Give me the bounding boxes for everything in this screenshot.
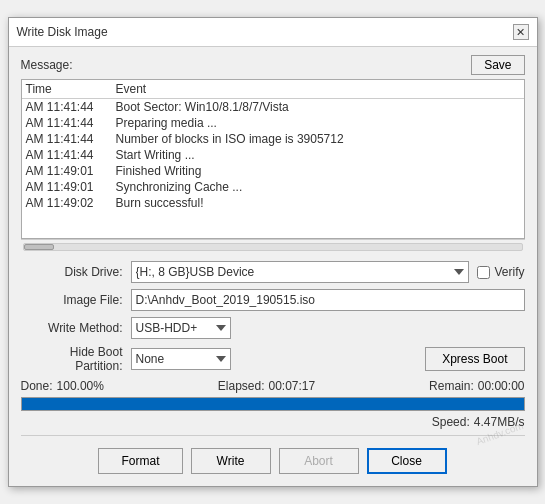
log-cell-event: Synchronizing Cache ... bbox=[116, 180, 520, 194]
remain-item: Remain: 00:00:00 bbox=[429, 379, 524, 393]
log-row: AM 11:41:44Number of blocks in ISO image… bbox=[22, 131, 524, 147]
hide-boot-select[interactable]: None bbox=[131, 348, 231, 370]
log-col-time: Time bbox=[26, 82, 116, 96]
progress-stats-row: Done: 100.00% Elapsed: 00:07:17 Remain: … bbox=[21, 379, 525, 393]
title-bar: Write Disk Image ✕ bbox=[9, 18, 537, 47]
xpress-boot-button[interactable]: Xpress Boot bbox=[425, 347, 524, 371]
progress-bar-fill bbox=[22, 398, 524, 410]
done-item: Done: 100.00% bbox=[21, 379, 104, 393]
message-section: Message: Save Time Event AM 11:41:44Boot… bbox=[21, 55, 525, 253]
abort-button[interactable]: Abort bbox=[279, 448, 359, 474]
window-content: Message: Save Time Event AM 11:41:44Boot… bbox=[9, 47, 537, 486]
log-table: Time Event AM 11:41:44Boot Sector: Win10… bbox=[21, 79, 525, 239]
image-file-label: Image File: bbox=[21, 293, 131, 307]
log-row: AM 11:49:01Finished Writing bbox=[22, 163, 524, 179]
log-row: AM 11:41:44Preparing media ... bbox=[22, 115, 524, 131]
write-method-label: Write Method: bbox=[21, 321, 131, 335]
hide-boot-row: Hide Boot Partition: None Xpress Boot bbox=[21, 345, 525, 373]
verify-label[interactable]: Verify bbox=[477, 265, 524, 279]
log-cell-event: Start Writing ... bbox=[116, 148, 520, 162]
hide-boot-left: Hide Boot Partition: None bbox=[21, 345, 231, 373]
button-row: Format Write Abort Close bbox=[21, 442, 525, 478]
log-cell-time: AM 11:41:44 bbox=[26, 116, 116, 130]
write-method-field: USB-HDD+ bbox=[131, 317, 231, 339]
progress-section: Done: 100.00% Elapsed: 00:07:17 Remain: … bbox=[21, 379, 525, 429]
image-file-row: Image File: bbox=[21, 289, 525, 311]
log-cell-time: AM 11:41:44 bbox=[26, 148, 116, 162]
write-disk-image-window: Write Disk Image ✕ Message: Save Time Ev… bbox=[8, 17, 538, 487]
hide-boot-label: Hide Boot Partition: bbox=[21, 345, 131, 373]
log-header: Time Event bbox=[22, 80, 524, 99]
verify-checkbox[interactable] bbox=[477, 266, 490, 279]
separator bbox=[21, 435, 525, 436]
scrollbar-track bbox=[23, 243, 523, 251]
log-cell-time: AM 11:49:01 bbox=[26, 164, 116, 178]
log-cell-event: Number of blocks in ISO image is 3905712 bbox=[116, 132, 520, 146]
verify-text: Verify bbox=[494, 265, 524, 279]
speed-value: 4.47MB/s bbox=[474, 415, 525, 429]
save-button[interactable]: Save bbox=[471, 55, 524, 75]
log-col-event: Event bbox=[116, 82, 520, 96]
speed-label: Speed: bbox=[432, 415, 470, 429]
elapsed-value: 00:07:17 bbox=[268, 379, 315, 393]
log-row: AM 11:49:02Burn successful! bbox=[22, 195, 524, 211]
window-title: Write Disk Image bbox=[17, 25, 108, 39]
scrollbar-thumb bbox=[24, 244, 54, 250]
log-cell-event: Burn successful! bbox=[116, 196, 520, 210]
speed-row: Speed: 4.47MB/s Anhdv.com bbox=[21, 415, 525, 429]
image-file-input[interactable] bbox=[131, 289, 525, 311]
close-icon[interactable]: ✕ bbox=[513, 24, 529, 40]
close-button[interactable]: Close bbox=[367, 448, 447, 474]
disk-drive-select[interactable]: {H:, 8 GB}USB Device bbox=[131, 261, 470, 283]
remain-value: 00:00:00 bbox=[478, 379, 525, 393]
write-method-select[interactable]: USB-HDD+ bbox=[131, 317, 231, 339]
message-label-row: Message: Save bbox=[21, 55, 525, 75]
log-cell-time: AM 11:41:44 bbox=[26, 100, 116, 114]
log-cell-event: Boot Sector: Win10/8.1/8/7/Vista bbox=[116, 100, 520, 114]
progress-bar-container bbox=[21, 397, 525, 411]
elapsed-label: Elapsed: bbox=[218, 379, 265, 393]
format-button[interactable]: Format bbox=[98, 448, 182, 474]
log-cell-time: AM 11:41:44 bbox=[26, 132, 116, 146]
disk-drive-row: Disk Drive: {H:, 8 GB}USB Device Verify bbox=[21, 261, 525, 283]
log-cell-time: AM 11:49:02 bbox=[26, 196, 116, 210]
log-cell-event: Finished Writing bbox=[116, 164, 520, 178]
log-row: AM 11:41:44Boot Sector: Win10/8.1/8/7/Vi… bbox=[22, 99, 524, 115]
form-section: Disk Drive: {H:, 8 GB}USB Device Verify … bbox=[21, 261, 525, 373]
log-body[interactable]: AM 11:41:44Boot Sector: Win10/8.1/8/7/Vi… bbox=[22, 99, 524, 238]
log-row: AM 11:41:44Start Writing ... bbox=[22, 147, 524, 163]
message-label: Message: bbox=[21, 58, 73, 72]
disk-drive-label: Disk Drive: bbox=[21, 265, 131, 279]
horizontal-scrollbar[interactable] bbox=[21, 239, 525, 253]
done-label: Done: bbox=[21, 379, 53, 393]
done-value: 100.00% bbox=[57, 379, 104, 393]
log-cell-event: Preparing media ... bbox=[116, 116, 520, 130]
disk-drive-field: {H:, 8 GB}USB Device Verify bbox=[131, 261, 525, 283]
elapsed-item: Elapsed: 00:07:17 bbox=[218, 379, 315, 393]
remain-label: Remain: bbox=[429, 379, 474, 393]
write-method-row: Write Method: USB-HDD+ bbox=[21, 317, 525, 339]
log-row: AM 11:49:01Synchronizing Cache ... bbox=[22, 179, 524, 195]
write-button[interactable]: Write bbox=[191, 448, 271, 474]
log-cell-time: AM 11:49:01 bbox=[26, 180, 116, 194]
